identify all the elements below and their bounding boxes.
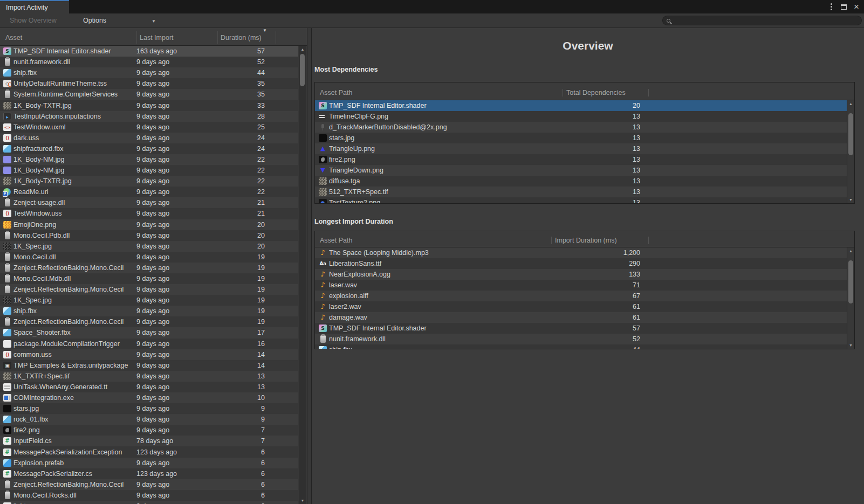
table-row[interactable]: shipfractured.fbx 9 days ago 24 bbox=[0, 143, 298, 154]
table-row[interactable]: fire2.png 13 bbox=[315, 154, 847, 165]
table-row[interactable]: TestTexture2.png 13 bbox=[315, 197, 847, 203]
table-row[interactable]: diffuse.tga 13 bbox=[315, 176, 847, 187]
duration-value: 24 bbox=[216, 145, 265, 153]
table-row[interactable]: LiberationSans.ttf 290 bbox=[315, 258, 847, 269]
table-row[interactable]: EmojiOne.png 9 days ago 20 bbox=[0, 219, 298, 230]
table-row[interactable]: Zenject.ReflectionBaking.Mono.Cecil 9 da… bbox=[0, 263, 298, 273]
table-row[interactable]: stars.jpg 9 days ago 9 bbox=[0, 403, 298, 414]
asset-name: stars.jpg bbox=[13, 405, 133, 412]
table-row[interactable]: Space_Shooter.fbx 9 days ago 17 bbox=[0, 327, 298, 338]
table-row[interactable]: ship.fbx 9 days ago 44 bbox=[0, 67, 298, 78]
table-row[interactable]: NearExplosionA.ogg 133 bbox=[315, 269, 847, 280]
table-row[interactable]: 1K_Body-TXTR.jpg 9 days ago 22 bbox=[0, 176, 298, 187]
table-row[interactable]: Zenject-usage.dll 9 days ago 21 bbox=[0, 197, 298, 208]
column-header-asset-path[interactable]: Asset Path bbox=[315, 237, 551, 244]
table-row[interactable]: Mono.Cecil.dll 9 days ago 19 bbox=[0, 252, 298, 263]
table-row[interactable]: 512_TXTR+Spec.tif 13 bbox=[315, 187, 847, 197]
table-row[interactable]: 1K_Body-TXTR.jpg 9 days ago 33 bbox=[0, 100, 298, 111]
scrollbar-thumb[interactable] bbox=[300, 54, 305, 86]
show-overview-button[interactable]: Show Overview bbox=[10, 13, 57, 27]
column-header-import-duration[interactable]: Import Duration (ms) bbox=[551, 237, 649, 244]
table-row[interactable]: COMIntegration.exe 9 days ago 10 bbox=[0, 392, 298, 403]
duration-value: 6 bbox=[216, 481, 265, 488]
longest-import-scrollbar[interactable] bbox=[847, 247, 854, 349]
table-row[interactable]: TMP Examples & Extras.unitypackage 9 day… bbox=[0, 360, 298, 371]
asset-name: UniTask.WhenAny.Generated.tt bbox=[13, 383, 133, 391]
scrollbar-thumb[interactable] bbox=[848, 260, 853, 303]
table-row[interactable]: fire2.png 9 days ago 7 bbox=[0, 425, 298, 436]
column-header-total-dependencies[interactable]: Total Dependencies bbox=[563, 89, 649, 96]
column-header-last-import[interactable]: Last Import bbox=[140, 34, 174, 42]
kebab-menu-icon[interactable] bbox=[829, 3, 834, 10]
scroll-down-icon[interactable] bbox=[299, 499, 306, 502]
table-row[interactable]: ship.fbx 44 bbox=[315, 344, 847, 349]
table-row[interactable]: TMP_SDF Internal Editor.shader 20 bbox=[315, 100, 847, 111]
table-row[interactable]: common.uss 9 days ago 14 bbox=[0, 349, 298, 360]
table-row[interactable]: Zenject.ReflectionBaking.Mono.Cecil 9 da… bbox=[0, 316, 298, 327]
scroll-up-icon[interactable] bbox=[847, 102, 854, 106]
column-header-asset[interactable]: Asset bbox=[5, 34, 22, 42]
metric-value: 67 bbox=[551, 292, 649, 300]
scrollbar-thumb[interactable] bbox=[848, 113, 853, 155]
search-input[interactable] bbox=[673, 17, 858, 24]
table-row[interactable]: InputField.cs 78 days ago 7 bbox=[0, 436, 298, 446]
column-header-asset-path[interactable]: Asset Path bbox=[315, 89, 563, 96]
table-row[interactable]: 1K_Spec.jpg 9 days ago 20 bbox=[0, 241, 298, 252]
scroll-down-icon[interactable] bbox=[847, 198, 854, 202]
tab-import-activity[interactable]: Import Activity bbox=[0, 0, 69, 13]
table-row[interactable]: TMP_SDF Internal Editor.shader 163 days … bbox=[0, 46, 298, 57]
table-row[interactable]: nunit.framework.dll 9 days ago 52 bbox=[0, 57, 298, 67]
scroll-down-icon[interactable] bbox=[847, 343, 854, 347]
assembly-icon bbox=[320, 335, 326, 343]
table-row[interactable]: dark.uss 9 days ago 24 bbox=[0, 133, 298, 143]
table-row[interactable]: Zenject.ReflectionBaking.Mono.Cecil 9 da… bbox=[0, 284, 298, 295]
maximize-icon[interactable] bbox=[841, 4, 847, 10]
duration-value: 35 bbox=[216, 80, 265, 87]
close-icon[interactable] bbox=[854, 4, 859, 10]
table-row[interactable]: TestInputActions.inputactions 9 days ago… bbox=[0, 111, 298, 122]
table-row[interactable]: System.Runtime.CompilerServices 9 days a… bbox=[0, 89, 298, 100]
main-area: Asset Last Import Duration (ms) TMP_SDF … bbox=[0, 28, 864, 504]
table-row[interactable]: MessagePackSerializationException 123 da… bbox=[0, 446, 298, 457]
search-box[interactable] bbox=[662, 16, 862, 25]
model-icon bbox=[3, 145, 11, 153]
table-row[interactable]: TestWindow.uxml 9 days ago 25 bbox=[0, 122, 298, 133]
table-row[interactable]: TimelineClipFG.png 13 bbox=[315, 111, 847, 122]
table-row[interactable]: laser.wav 71 bbox=[315, 280, 847, 291]
table-row[interactable]: laser2.wav 61 bbox=[315, 301, 847, 312]
scroll-up-icon[interactable] bbox=[847, 249, 854, 253]
column-divider bbox=[136, 31, 137, 44]
table-row[interactable]: d_TrackMarkerButtonDisabled@2x.png 13 bbox=[315, 122, 847, 133]
table-row[interactable]: Mono.Cecil.Mdb.dll 9 days ago 19 bbox=[0, 273, 298, 284]
table-row[interactable]: 1K_Body-NM.jpg 9 days ago 22 bbox=[0, 154, 298, 165]
table-row[interactable]: ship.fbx 9 days ago 19 bbox=[0, 306, 298, 316]
table-row[interactable]: Explosion.prefab 9 days ago 6 bbox=[0, 458, 298, 468]
most-dependencies-scrollbar[interactable] bbox=[847, 100, 854, 203]
table-row[interactable]: explosion.aiff 67 bbox=[315, 291, 847, 301]
table-row[interactable]: damage.wav 61 bbox=[315, 312, 847, 323]
table-row[interactable]: 1K_Body-NM.jpg 9 days ago 22 bbox=[0, 165, 298, 176]
table-row[interactable]: ReadMe.url 9 days ago 22 bbox=[0, 187, 298, 197]
table-row[interactable]: TriangleUp.png 13 bbox=[315, 143, 847, 154]
table-row[interactable]: TMP_SDF Internal Editor.shader 57 bbox=[315, 323, 847, 334]
table-row[interactable]: 1K_Spec.jpg 9 days ago 19 bbox=[0, 295, 298, 306]
table-row[interactable]: UniTask.WhenAny.Generated.tt 9 days ago … bbox=[0, 382, 298, 392]
table-row[interactable]: Mono.Cecil.Rocks.dll 9 days ago 6 bbox=[0, 490, 298, 501]
table-row[interactable]: nunit.framework.dll 52 bbox=[315, 334, 847, 344]
table-row[interactable]: TestWindow.uss 9 days ago 21 bbox=[0, 208, 298, 219]
table-row[interactable]: Zenject.ReflectionBaking.Mono.Cecil 9 da… bbox=[0, 479, 298, 490]
table-row[interactable]: 1K_TXTR+Spec.tif 9 days ago 13 bbox=[0, 371, 298, 382]
options-dropdown[interactable]: Options bbox=[79, 13, 161, 27]
table-row[interactable]: stars.jpg 13 bbox=[315, 133, 847, 143]
table-row[interactable]: The Space (Looping Middle).mp3 1,200 bbox=[315, 247, 847, 258]
table-row[interactable]: package.ModuleCompilationTrigger 9 days … bbox=[0, 339, 298, 349]
table-row[interactable]: UnityDefaultRuntimeTheme.tss 9 days ago … bbox=[0, 78, 298, 89]
table-row[interactable]: MessagePackSerializer.cs 123 days ago 6 bbox=[0, 468, 298, 479]
table-row[interactable]: rock_01.fbx 9 days ago 9 bbox=[0, 414, 298, 425]
table-row[interactable]: light.uss 9 days ago 6 bbox=[0, 501, 298, 504]
table-row[interactable]: TriangleDown.png 13 bbox=[315, 165, 847, 176]
left-scrollbar[interactable] bbox=[299, 46, 306, 504]
column-header-duration[interactable]: Duration (ms) bbox=[221, 34, 262, 42]
table-row[interactable]: Mono.Cecil.Pdb.dll 9 days ago 20 bbox=[0, 230, 298, 241]
scroll-up-icon[interactable] bbox=[299, 47, 306, 51]
